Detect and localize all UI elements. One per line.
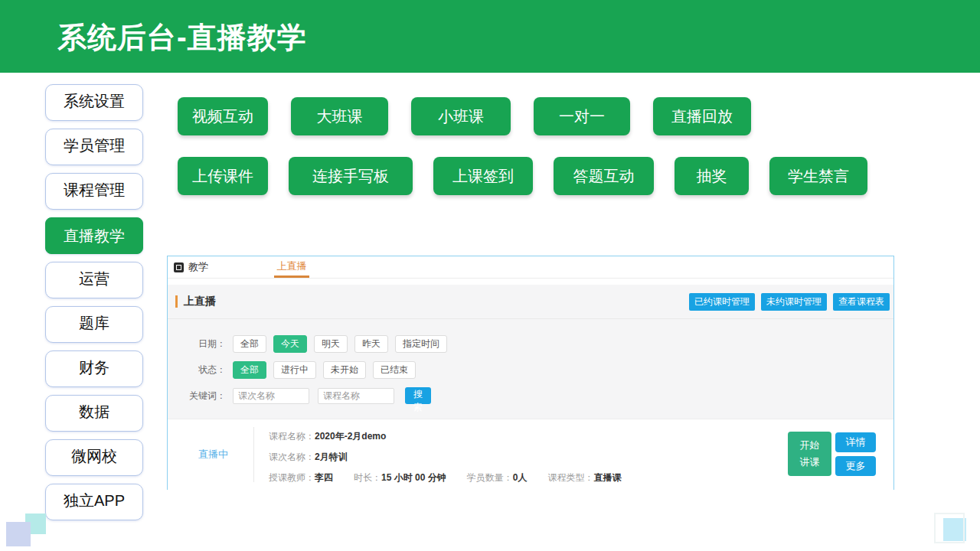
course-name-value: 2020年-2月demo [315,432,386,441]
page: 系统后台-直播教学 系统设置 学员管理 课程管理 直播教学 运营 题库 财务 数… [0,0,980,551]
feature-mute-students[interactable]: 学生禁言 [769,157,867,195]
sidebar: 系统设置 学员管理 课程管理 直播教学 运营 题库 财务 数据 微网校 独立AP… [45,84,143,528]
course-type-label: 课程类型： [547,473,593,482]
filter-zone: 上直播 已约课时管理 未约课时管理 查看课程表 日期： 全部 今天 明天 昨天 … [168,285,893,419]
section-title: 上直播 [184,295,216,308]
sidebar-item-data[interactable]: 数据 [45,395,143,432]
course-meta-row: 授课教师： 李四 时长： 15 小时 00 分钟 学员数量： 0人 课程类型： … [269,473,642,482]
tab-go-live[interactable]: 上直播 [273,256,311,276]
lesson-name-row: 课次名称： 2月特训 [269,452,642,461]
feature-large-class[interactable]: 大班课 [291,97,388,135]
feature-connect-tablet[interactable]: 连接手写板 [289,157,413,195]
header-banner: 系统后台-直播教学 [0,0,980,73]
feature-small-class[interactable]: 小班课 [411,97,511,135]
section-header-row: 上直播 已约课时管理 未约课时管理 查看课程表 [168,285,893,319]
sidebar-item-student-management[interactable]: 学员管理 [45,129,143,165]
duration-label: 时长： [354,473,381,482]
feature-quiz-interaction[interactable]: 答题互动 [554,157,654,195]
teacher-value: 李四 [315,473,333,482]
course-name-input[interactable] [318,388,394,404]
lesson-name-value: 2月特训 [315,452,348,461]
page-title: 系统后台-直播教学 [0,0,980,57]
live-status-badge: 直播中 [198,448,228,461]
sidebar-item-standalone-app[interactable]: 独立APP [45,484,143,520]
sidebar-item-system-settings[interactable]: 系统设置 [45,84,143,121]
status-chip-ended[interactable]: 已结束 [373,361,416,379]
feature-live-replay[interactable]: 直播回放 [653,97,751,135]
sidebar-item-finance[interactable]: 财务 [45,350,143,387]
feature-lucky-draw[interactable]: 抽奖 [675,157,749,195]
date-chip-custom-time[interactable]: 指定时间 [395,335,447,353]
course-name-row: 课程名称： 2020年-2月demo [269,432,642,441]
list-item-divider [253,427,254,482]
teaching-app-icon [174,262,184,272]
course-list: 直播中 课程名称： 2020年-2月demo 课次名称： 2月特训 授课教师： … [168,419,893,490]
app-label: 教学 [188,260,208,274]
decor-square-lavender-left [6,522,31,546]
sidebar-item-live-teaching[interactable]: 直播教学 [45,217,143,254]
panel-tabbar: 教学 上直播 [168,256,893,279]
student-count-pair: 学员数量： 0人 [467,473,528,482]
tabbar-spacer [168,279,893,285]
section-title-accent-bar [175,295,178,308]
feature-video-interaction[interactable]: 视频互动 [178,97,268,135]
start-teaching-button[interactable]: 开始讲课 [788,432,831,476]
duration-value: 15 小时 00 分钟 [381,473,446,482]
filters: 日期： 全部 今天 明天 昨天 指定时间 状态： 全部 进行中 未开始 已结束 … [168,319,893,404]
search-button[interactable]: 搜索 [405,387,431,404]
date-chip-today[interactable]: 今天 [273,335,307,353]
lesson-name-label: 课次名称： [269,452,315,461]
section-actions: 已约课时管理 未约课时管理 查看课程表 [683,293,890,311]
status-chip-all[interactable]: 全部 [233,361,266,379]
view-timetable-button[interactable]: 查看课程表 [833,293,890,311]
filter-row-date: 日期： 全部 今天 明天 昨天 指定时间 [188,335,893,353]
feature-one-on-one[interactable]: 一对一 [534,97,630,135]
filter-keyword-label: 关键词： [188,390,226,403]
feature-class-checkin[interactable]: 上课签到 [433,157,533,195]
sidebar-item-operations[interactable]: 运营 [45,262,143,298]
feature-row-2: 上传课件 连接手写板 上课签到 答题互动 抽奖 学生禁言 [178,157,888,195]
tab-active-underline [274,276,309,278]
unbooked-lessons-button[interactable]: 未约课时管理 [761,293,827,311]
duration-pair: 时长： 15 小时 00 分钟 [354,473,446,482]
sidebar-item-question-bank[interactable]: 题库 [45,306,143,343]
detail-button[interactable]: 详情 [835,432,876,452]
course-name-label: 课程名称： [269,432,315,441]
filter-row-keyword: 关键词： 搜索 [188,387,893,404]
more-button[interactable]: 更多 [835,456,876,476]
sidebar-item-course-management[interactable]: 课程管理 [45,173,143,210]
sidebar-item-micro-school[interactable]: 微网校 [45,439,143,476]
filter-status-label: 状态： [188,364,226,377]
feature-upload-courseware[interactable]: 上传课件 [178,157,268,195]
feature-row-1: 视频互动 大班课 小班课 一对一 直播回放 [178,97,774,135]
course-type-pair: 课程类型： 直播课 [547,473,621,482]
date-chip-tomorrow[interactable]: 明天 [314,335,348,353]
lesson-name-input[interactable] [233,388,309,404]
date-chip-all[interactable]: 全部 [233,335,266,353]
booked-lessons-button[interactable]: 已约课时管理 [689,293,755,311]
teacher-label: 授课教师： [269,473,315,482]
decor-square-outline-right [934,513,965,543]
filter-row-status: 状态： 全部 进行中 未开始 已结束 [188,361,893,379]
status-chip-in-progress[interactable]: 进行中 [273,361,316,379]
status-chip-not-started[interactable]: 未开始 [323,361,366,379]
course-type-value: 直播课 [593,473,621,482]
student-count-value: 0人 [513,473,528,482]
student-count-label: 学员数量： [467,473,513,482]
live-class-panel: 教学 上直播 上直播 已约课时管理 未约课时管理 查看课程表 日期： 全部 今天 [167,256,894,490]
course-details: 课程名称： 2020年-2月demo 课次名称： 2月特训 授课教师： 李四 时… [269,432,642,494]
teacher-pair: 授课教师： 李四 [269,473,333,482]
filter-date-label: 日期： [188,337,226,350]
date-chip-yesterday[interactable]: 昨天 [354,335,388,353]
